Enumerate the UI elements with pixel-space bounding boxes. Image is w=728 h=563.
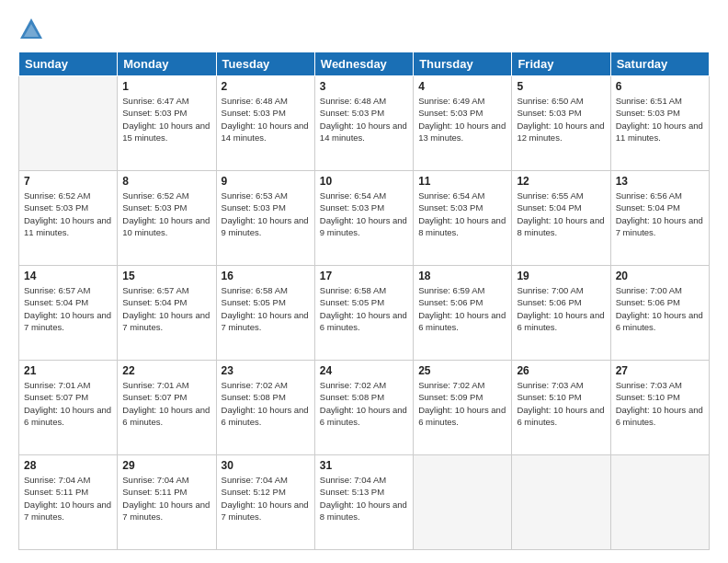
cell-details: Sunrise: 6:52 AMSunset: 5:03 PMDaylight:… — [24, 190, 112, 238]
cell-details: Sunrise: 6:53 AMSunset: 5:03 PMDaylight:… — [222, 190, 310, 238]
day-number: 6 — [616, 80, 704, 93]
calendar-cell — [512, 455, 610, 550]
page: SundayMondayTuesdayWednesdayThursdayFrid… — [0, 0, 728, 563]
cell-details: Sunrise: 6:50 AMSunset: 5:03 PMDaylight:… — [517, 95, 605, 144]
day-number: 13 — [616, 175, 704, 188]
calendar-cell: 1Sunrise: 6:47 AMSunset: 5:03 PMDaylight… — [118, 76, 216, 171]
calendar-header-cell: Sunday — [19, 52, 118, 76]
cell-details: Sunrise: 7:04 AMSunset: 5:11 PMDaylight:… — [122, 474, 210, 523]
cell-details: Sunrise: 6:48 AMSunset: 5:03 PMDaylight:… — [320, 95, 408, 144]
cell-details: Sunrise: 6:57 AMSunset: 5:04 PMDaylight:… — [24, 284, 112, 333]
day-number: 29 — [122, 459, 210, 472]
day-number: 24 — [320, 364, 408, 377]
calendar-header-cell: Thursday — [414, 52, 512, 76]
day-number: 4 — [418, 80, 506, 93]
day-number: 1 — [122, 80, 210, 93]
cell-details: Sunrise: 7:01 AMSunset: 5:07 PMDaylight:… — [24, 379, 112, 428]
calendar-cell: 11Sunrise: 6:54 AMSunset: 5:03 PMDayligh… — [414, 171, 512, 266]
day-number: 8 — [122, 175, 210, 188]
calendar-cell — [414, 455, 512, 550]
day-number: 22 — [122, 364, 210, 377]
day-number: 23 — [222, 364, 310, 377]
cell-details: Sunrise: 7:03 AMSunset: 5:10 PMDaylight:… — [616, 379, 704, 428]
calendar-cell — [19, 76, 118, 171]
day-number: 26 — [517, 364, 605, 377]
day-number: 14 — [24, 270, 112, 282]
day-number: 9 — [222, 175, 310, 188]
cell-details: Sunrise: 6:54 AMSunset: 5:03 PMDaylight:… — [320, 190, 408, 238]
cell-details: Sunrise: 6:59 AMSunset: 5:06 PMDaylight:… — [418, 284, 506, 333]
day-number: 30 — [222, 459, 310, 472]
cell-details: Sunrise: 6:49 AMSunset: 5:03 PMDaylight:… — [418, 95, 506, 144]
calendar-cell: 30Sunrise: 7:04 AMSunset: 5:12 PMDayligh… — [216, 455, 314, 550]
cell-details: Sunrise: 7:00 AMSunset: 5:06 PMDaylight:… — [517, 284, 605, 333]
calendar-cell: 29Sunrise: 7:04 AMSunset: 5:11 PMDayligh… — [118, 455, 216, 550]
calendar-header-cell: Saturday — [610, 52, 709, 76]
calendar-week-row: 1Sunrise: 6:47 AMSunset: 5:03 PMDaylight… — [19, 76, 710, 171]
calendar-cell: 7Sunrise: 6:52 AMSunset: 5:03 PMDaylight… — [19, 171, 118, 266]
day-number: 27 — [616, 364, 704, 377]
cell-details: Sunrise: 6:56 AMSunset: 5:04 PMDaylight:… — [616, 190, 704, 238]
calendar-cell: 5Sunrise: 6:50 AMSunset: 5:03 PMDaylight… — [512, 76, 610, 171]
cell-details: Sunrise: 7:04 AMSunset: 5:13 PMDaylight:… — [320, 474, 408, 523]
calendar-cell: 4Sunrise: 6:49 AMSunset: 5:03 PMDaylight… — [414, 76, 512, 171]
cell-details: Sunrise: 7:01 AMSunset: 5:07 PMDaylight:… — [122, 379, 210, 428]
cell-details: Sunrise: 6:54 AMSunset: 5:03 PMDaylight:… — [418, 190, 506, 238]
cell-details: Sunrise: 7:04 AMSunset: 5:12 PMDaylight:… — [222, 474, 310, 523]
calendar-week-row: 28Sunrise: 7:04 AMSunset: 5:11 PMDayligh… — [19, 455, 710, 550]
day-number: 3 — [320, 80, 408, 93]
calendar-week-row: 14Sunrise: 6:57 AMSunset: 5:04 PMDayligh… — [19, 266, 710, 361]
cell-details: Sunrise: 6:58 AMSunset: 5:05 PMDaylight:… — [320, 284, 408, 333]
cell-details: Sunrise: 7:04 AMSunset: 5:11 PMDaylight:… — [24, 474, 112, 523]
calendar-cell: 16Sunrise: 6:58 AMSunset: 5:05 PMDayligh… — [216, 266, 314, 361]
day-number: 21 — [24, 364, 112, 377]
day-number: 15 — [122, 270, 210, 282]
day-number: 5 — [517, 80, 605, 93]
calendar-cell: 26Sunrise: 7:03 AMSunset: 5:10 PMDayligh… — [512, 361, 610, 455]
calendar-cell: 2Sunrise: 6:48 AMSunset: 5:03 PMDaylight… — [216, 76, 314, 171]
cell-details: Sunrise: 6:57 AMSunset: 5:04 PMDaylight:… — [122, 284, 210, 333]
calendar-cell: 22Sunrise: 7:01 AMSunset: 5:07 PMDayligh… — [118, 361, 216, 455]
calendar-cell: 15Sunrise: 6:57 AMSunset: 5:04 PMDayligh… — [118, 266, 216, 361]
cell-details: Sunrise: 7:02 AMSunset: 5:08 PMDaylight:… — [320, 379, 408, 428]
calendar-cell: 27Sunrise: 7:03 AMSunset: 5:10 PMDayligh… — [610, 361, 709, 455]
logo-icon — [18, 17, 44, 42]
cell-details: Sunrise: 6:47 AMSunset: 5:03 PMDaylight:… — [122, 95, 210, 144]
calendar-cell: 23Sunrise: 7:02 AMSunset: 5:08 PMDayligh… — [216, 361, 314, 455]
header — [18, 17, 710, 42]
calendar-header-row: SundayMondayTuesdayWednesdayThursdayFrid… — [19, 52, 710, 76]
day-number: 28 — [24, 459, 112, 472]
day-number: 7 — [24, 175, 112, 188]
cell-details: Sunrise: 7:00 AMSunset: 5:06 PMDaylight:… — [616, 284, 704, 333]
calendar-cell: 12Sunrise: 6:55 AMSunset: 5:04 PMDayligh… — [512, 171, 610, 266]
calendar-cell: 28Sunrise: 7:04 AMSunset: 5:11 PMDayligh… — [19, 455, 118, 550]
calendar-cell: 17Sunrise: 6:58 AMSunset: 5:05 PMDayligh… — [314, 266, 413, 361]
cell-details: Sunrise: 6:58 AMSunset: 5:05 PMDaylight:… — [222, 284, 310, 333]
cell-details: Sunrise: 6:51 AMSunset: 5:03 PMDaylight:… — [616, 95, 704, 144]
logo — [18, 17, 48, 42]
calendar-cell: 24Sunrise: 7:02 AMSunset: 5:08 PMDayligh… — [314, 361, 413, 455]
calendar-table: SundayMondayTuesdayWednesdayThursdayFrid… — [18, 52, 710, 550]
calendar-cell: 3Sunrise: 6:48 AMSunset: 5:03 PMDaylight… — [314, 76, 413, 171]
day-number: 16 — [222, 270, 310, 282]
cell-details: Sunrise: 7:02 AMSunset: 5:08 PMDaylight:… — [222, 379, 310, 428]
calendar-header-cell: Monday — [118, 52, 216, 76]
day-number: 2 — [222, 80, 310, 93]
cell-details: Sunrise: 7:03 AMSunset: 5:10 PMDaylight:… — [517, 379, 605, 428]
cell-details: Sunrise: 6:48 AMSunset: 5:03 PMDaylight:… — [222, 95, 310, 144]
day-number: 25 — [418, 364, 506, 377]
day-number: 31 — [320, 459, 408, 472]
cell-details: Sunrise: 6:55 AMSunset: 5:04 PMDaylight:… — [517, 190, 605, 238]
day-number: 12 — [517, 175, 605, 188]
calendar-cell: 31Sunrise: 7:04 AMSunset: 5:13 PMDayligh… — [314, 455, 413, 550]
calendar-cell: 19Sunrise: 7:00 AMSunset: 5:06 PMDayligh… — [512, 266, 610, 361]
calendar-cell: 10Sunrise: 6:54 AMSunset: 5:03 PMDayligh… — [314, 171, 413, 266]
cell-details: Sunrise: 6:52 AMSunset: 5:03 PMDaylight:… — [122, 190, 210, 238]
calendar-cell — [610, 455, 709, 550]
calendar-body: 1Sunrise: 6:47 AMSunset: 5:03 PMDaylight… — [19, 76, 710, 550]
calendar-header-cell: Wednesday — [314, 52, 413, 76]
day-number: 17 — [320, 270, 408, 282]
cell-details: Sunrise: 7:02 AMSunset: 5:09 PMDaylight:… — [418, 379, 506, 428]
calendar-cell: 18Sunrise: 6:59 AMSunset: 5:06 PMDayligh… — [414, 266, 512, 361]
calendar-cell: 8Sunrise: 6:52 AMSunset: 5:03 PMDaylight… — [118, 171, 216, 266]
